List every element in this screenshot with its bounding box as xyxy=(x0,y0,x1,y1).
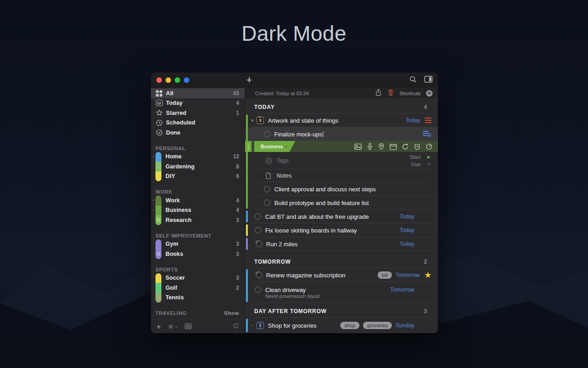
tag-pill-shop[interactable]: shop xyxy=(340,322,359,329)
list-color-swatch xyxy=(155,273,161,283)
expand-chevron-icon[interactable]: › xyxy=(151,155,155,159)
sidebar-item-starred[interactable]: Starred 1 xyxy=(151,108,245,118)
sidebar-item-books[interactable]: Books 3 xyxy=(151,249,245,259)
task-row-clean-driveway[interactable]: Clean driveway Tomorrow Need powerwash l… xyxy=(245,282,438,303)
star-icon[interactable]: ★ xyxy=(424,271,432,279)
task-row-call-bt[interactable]: Call BT and ask about the free upgrade T… xyxy=(245,210,438,223)
shortcuts-button[interactable]: Shortcuts xyxy=(400,91,421,96)
sidebar-item-count: 12 xyxy=(233,153,239,160)
repeat-icon[interactable] xyxy=(402,143,409,150)
add-list-button[interactable]: + xyxy=(156,323,161,330)
attach-image-icon[interactable] xyxy=(354,143,362,150)
sidebar-item-done[interactable]: Done xyxy=(151,128,245,138)
sidebar-item-soccer[interactable]: Soccer 3 xyxy=(151,273,245,283)
sidebar-item-research[interactable]: Research 3 xyxy=(151,215,245,225)
settings-button[interactable]: ⌄ xyxy=(168,324,178,330)
sidebar-item-label: Starred xyxy=(166,110,236,116)
task-title-editing[interactable]: Finalize mock-ups xyxy=(274,131,422,138)
subtask-row-finalize[interactable]: Finalize mock-ups xyxy=(245,127,438,141)
sidebar-item-label: Gardening xyxy=(166,163,236,170)
priority-icon[interactable] xyxy=(425,118,432,124)
alarm-clock-icon[interactable] xyxy=(414,143,421,150)
edit-list-icon[interactable] xyxy=(422,130,432,139)
sidebar-item-label: Soccer xyxy=(166,275,236,281)
minimize-button[interactable] xyxy=(166,77,171,83)
sidebar-item-gym[interactable]: Gym 3 xyxy=(151,239,245,249)
start-date-row[interactable]: Start ▶ xyxy=(390,154,432,160)
archive-box-icon[interactable] xyxy=(185,323,192,331)
task-row-shop-groceries[interactable]: › 5 Shop for groceries shop groceries Su… xyxy=(245,318,438,333)
due-label[interactable]: Today xyxy=(400,227,414,233)
list-color-swatch xyxy=(155,293,161,303)
task-row-fix-skirting[interactable]: Fix loose skirting boards in hallway Tod… xyxy=(245,223,438,237)
close-button[interactable] xyxy=(156,77,162,83)
sidebar-item-business[interactable]: › Business 4 xyxy=(151,206,245,216)
show-group-button[interactable]: Show xyxy=(224,310,239,316)
list-color-strip xyxy=(246,169,248,182)
task-checkbox[interactable] xyxy=(255,287,261,293)
task-row-artwork[interactable]: ▾ 3 Artwork and state of things Today xyxy=(245,114,438,127)
sidebar-group-traveling: TRAVELING Show xyxy=(151,307,245,317)
sidebar-item-work[interactable]: › Work 4 xyxy=(151,195,245,206)
task-checkbox[interactable] xyxy=(264,200,270,206)
sidebar-item-all[interactable]: All 43 xyxy=(151,88,245,98)
task-checkbox[interactable] xyxy=(255,213,261,220)
toggle-panel-icon[interactable] xyxy=(424,76,433,85)
due-label[interactable]: Today xyxy=(400,241,414,247)
tags-placeholder[interactable]: Tags xyxy=(277,157,390,164)
trash-icon[interactable] xyxy=(387,89,394,98)
sidebar-item-today[interactable]: 22 Today 4 xyxy=(151,98,245,108)
list-color-swatch xyxy=(155,172,161,182)
sync-icon[interactable] xyxy=(233,323,239,331)
due-label[interactable]: Sunday xyxy=(396,322,414,329)
calendar-icon[interactable] xyxy=(390,143,397,150)
due-date-row[interactable]: Due ✓ xyxy=(390,161,432,167)
expand-chevron-icon[interactable]: › xyxy=(151,208,155,212)
sidebar-item-tennis[interactable]: Tennis xyxy=(151,293,245,303)
sidebar-item-golf[interactable]: Golf 2 xyxy=(151,283,245,293)
task-row-run-2-miles[interactable]: Run 2 miles Today xyxy=(245,237,438,251)
sidebar-item-home[interactable]: › Home 12 xyxy=(151,152,245,162)
expand-chevron-icon[interactable]: › xyxy=(250,323,255,328)
list-picker-flag[interactable]: Business ▾ xyxy=(254,141,295,152)
repeat-task-checkbox[interactable] xyxy=(255,239,264,249)
task-row-renew-magazine[interactable]: Renew magazine subscription bill Tomorro… xyxy=(245,268,438,282)
due-label[interactable]: Today xyxy=(400,213,414,220)
notes-placeholder[interactable]: Notes xyxy=(277,173,432,179)
drag-handle[interactable] xyxy=(245,141,251,152)
task-title: Client approval and discuss next steps xyxy=(274,186,432,193)
window-titlebar: + xyxy=(151,72,438,88)
share-icon[interactable] xyxy=(375,89,382,98)
subtask-row-build-prototype[interactable]: Build prototype and build feature list xyxy=(245,196,438,210)
due-label[interactable]: Today xyxy=(406,117,420,124)
microphone-icon[interactable] xyxy=(367,143,373,150)
add-task-button[interactable]: + xyxy=(244,74,255,86)
expand-chevron-icon[interactable]: › xyxy=(151,198,155,202)
sidebar-item-scheduled[interactable]: Scheduled xyxy=(151,118,245,128)
traffic-light-blue[interactable] xyxy=(184,77,189,83)
list-color-swatch xyxy=(155,249,161,259)
tags-field-row[interactable]: Tags Start ▶ Due ✓ xyxy=(245,152,438,169)
tag-pill-bill[interactable]: bill xyxy=(378,271,392,279)
zoom-button[interactable] xyxy=(175,77,180,83)
due-label[interactable]: Tomorrow xyxy=(390,287,414,293)
section-count: 4 xyxy=(424,104,427,110)
task-title: Renew magazine subscription xyxy=(266,272,378,279)
sidebar-item-count: 3 xyxy=(236,241,239,247)
notes-field-row[interactable]: Notes xyxy=(245,169,438,182)
clock-icon xyxy=(155,119,163,126)
task-checkbox[interactable] xyxy=(255,227,261,233)
task-checkbox[interactable] xyxy=(264,186,270,192)
timer-gauge-icon[interactable] xyxy=(426,143,433,150)
search-icon[interactable] xyxy=(409,76,417,85)
repeat-task-checkbox[interactable] xyxy=(255,271,264,280)
subtask-row-client-approval[interactable]: Client approval and discuss next steps xyxy=(245,182,438,196)
location-pin-icon[interactable] xyxy=(378,143,385,150)
collapse-chevron-icon[interactable]: ▾ xyxy=(250,118,255,123)
sidebar-item-gardening[interactable]: Gardening 8 xyxy=(151,162,245,172)
task-checkbox[interactable] xyxy=(264,131,270,137)
due-label[interactable]: Tomorrow xyxy=(396,272,420,278)
sidebar-item-diy[interactable]: DIY 6 xyxy=(151,172,245,182)
start-label: Start xyxy=(410,154,421,160)
tag-pill-groceries[interactable]: groceries xyxy=(363,322,392,329)
